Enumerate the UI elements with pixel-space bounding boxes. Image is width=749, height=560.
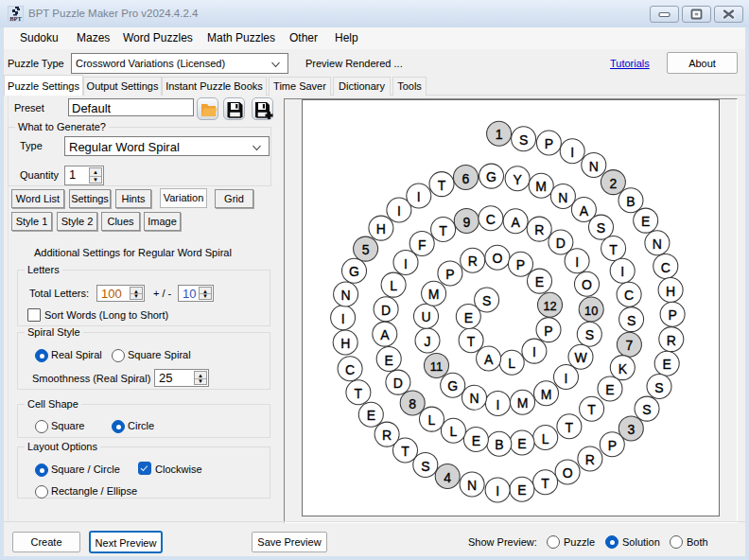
svg-text:E: E — [663, 357, 671, 372]
svg-text:BPT: BPT — [9, 15, 22, 22]
svg-text:G: G — [447, 378, 458, 394]
svg-text:E: E — [605, 382, 614, 397]
svg-text:S: S — [482, 293, 491, 308]
svg-text:A: A — [580, 203, 589, 219]
svg-text:L: L — [508, 356, 515, 371]
svg-text:1: 1 — [496, 127, 503, 142]
svg-text:N: N — [467, 478, 477, 493]
svg-text:12: 12 — [543, 299, 556, 313]
svg-text:G: G — [349, 264, 359, 279]
svg-text:C: C — [624, 288, 634, 303]
svg-text:P: P — [608, 438, 617, 453]
svg-text:I: I — [404, 256, 408, 271]
svg-text:S: S — [597, 220, 605, 236]
svg-text:2: 2 — [610, 176, 618, 191]
svg-text:I: I — [496, 483, 499, 499]
svg-text:9: 9 — [462, 215, 470, 230]
svg-text:I: I — [397, 203, 401, 219]
svg-text:E: E — [517, 482, 526, 498]
svg-text:T: T — [566, 420, 574, 435]
svg-text:E: E — [472, 433, 480, 448]
svg-text:T: T — [541, 476, 549, 491]
svg-text:R: R — [585, 452, 595, 467]
svg-text:O: O — [563, 465, 573, 481]
svg-text:I: I — [532, 344, 536, 359]
svg-text:L: L — [542, 431, 549, 446]
svg-text:D: D — [556, 236, 566, 251]
svg-text:H: H — [376, 221, 386, 236]
svg-text:10: 10 — [584, 304, 598, 318]
svg-text:F: F — [418, 237, 427, 253]
svg-text:T: T — [467, 334, 476, 349]
svg-text:P: P — [545, 136, 553, 151]
svg-text:P: P — [544, 324, 552, 339]
svg-text:11: 11 — [430, 359, 443, 374]
svg-text:N: N — [469, 391, 479, 406]
svg-text:R: R — [382, 428, 392, 443]
svg-text:O: O — [582, 277, 592, 292]
svg-text:E: E — [464, 310, 473, 325]
svg-text:E: E — [641, 214, 650, 229]
svg-text:7: 7 — [626, 338, 634, 353]
svg-text:W: W — [574, 350, 587, 365]
svg-text:I: I — [417, 189, 421, 204]
svg-text:3: 3 — [627, 422, 635, 437]
svg-text:M: M — [541, 387, 552, 402]
svg-text:A: A — [511, 215, 520, 230]
svg-text:L: L — [428, 412, 436, 428]
svg-text:T: T — [438, 178, 446, 193]
svg-text:N: N — [653, 236, 662, 252]
svg-text:E: E — [535, 274, 544, 289]
svg-text:I: I — [341, 311, 345, 326]
svg-text:P: P — [668, 307, 676, 323]
svg-text:O: O — [492, 251, 502, 266]
svg-text:G: G — [486, 169, 496, 184]
svg-text:A: A — [380, 327, 390, 342]
svg-text:C: C — [661, 260, 671, 275]
svg-text:Y: Y — [513, 172, 522, 187]
svg-text:D: D — [393, 376, 403, 391]
svg-text:I: I — [565, 371, 568, 386]
svg-text:J: J — [425, 334, 431, 349]
svg-text:C: C — [486, 212, 496, 227]
svg-text:H: H — [340, 336, 350, 351]
svg-text:L: L — [450, 424, 458, 439]
svg-text:E: E — [517, 436, 526, 451]
svg-text:A: A — [484, 352, 494, 367]
svg-text:S: S — [654, 380, 663, 395]
svg-text:I: I — [575, 254, 579, 270]
svg-text:P: P — [445, 267, 454, 282]
svg-text:4: 4 — [444, 470, 451, 485]
svg-text:S: S — [585, 327, 594, 342]
svg-text:N: N — [341, 288, 351, 303]
svg-text:M: M — [535, 179, 547, 194]
svg-text:S: S — [519, 132, 528, 148]
svg-text:M: M — [428, 287, 440, 302]
svg-text:E: E — [367, 408, 375, 423]
svg-text:P: P — [516, 257, 525, 272]
svg-text:C: C — [345, 362, 355, 377]
svg-text:N: N — [558, 190, 567, 205]
svg-text:I: I — [496, 397, 499, 412]
svg-text:T: T — [401, 444, 409, 459]
svg-text:T: T — [355, 386, 363, 401]
svg-text:E: E — [385, 353, 393, 368]
svg-text:H: H — [666, 284, 675, 299]
svg-text:N: N — [589, 159, 599, 174]
svg-text:M: M — [517, 395, 529, 411]
svg-text:T: T — [439, 223, 447, 238]
svg-text:B: B — [626, 194, 635, 209]
svg-text:U: U — [421, 309, 430, 324]
svg-text:5: 5 — [362, 242, 370, 257]
svg-text:R: R — [468, 254, 478, 269]
svg-text:L: L — [390, 278, 397, 293]
svg-text:S: S — [627, 313, 636, 328]
svg-text:T: T — [609, 242, 618, 257]
svg-text:R: R — [667, 333, 676, 348]
svg-text:8: 8 — [409, 396, 416, 411]
svg-text:I: I — [620, 264, 624, 279]
svg-text:R: R — [534, 222, 544, 237]
svg-text:6: 6 — [462, 171, 470, 186]
svg-text:T: T — [587, 402, 596, 417]
svg-text:K: K — [618, 361, 628, 376]
